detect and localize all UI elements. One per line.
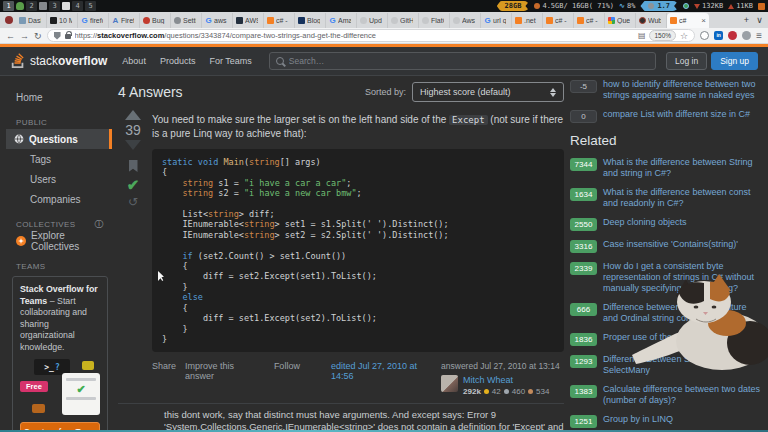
workspace-item[interactable]: 5 (85, 1, 96, 11)
new-tab-button[interactable]: + (740, 13, 753, 28)
back-button[interactable]: ← (6, 29, 15, 43)
workspace-number[interactable]: 3 (49, 1, 60, 11)
tab-favicon (50, 17, 57, 24)
inline-code: Except (449, 115, 488, 125)
extension-pocket-icon[interactable] (728, 31, 737, 40)
bookmark-icon[interactable] (129, 160, 138, 172)
browser-menu-icon[interactable]: ≡ (756, 30, 762, 41)
tab-title: aws n (214, 17, 227, 24)
question-link[interactable]: What is the difference between const and… (603, 187, 762, 209)
workspace-item[interactable]: 2 (26, 1, 47, 11)
question-link[interactable]: compare List with different size in C# (603, 109, 750, 123)
tracking-shield-icon[interactable] (54, 32, 61, 40)
forward-button[interactable]: → (20, 29, 29, 43)
downvote-button[interactable] (125, 140, 141, 150)
question-link[interactable]: Deep cloning objects (603, 217, 687, 231)
sidebar-item-home[interactable]: Home (6, 87, 112, 107)
tab-list-dropdown[interactable]: ∨ (753, 13, 766, 28)
profile-icon[interactable] (742, 31, 751, 40)
extension-linkedin-icon[interactable] (714, 31, 723, 40)
browser-tab[interactable]: AWS (233, 13, 264, 28)
workspace-number[interactable]: 1 (3, 1, 14, 11)
related-question: 7344 What is the difference between Stri… (570, 157, 762, 179)
question-link[interactable]: how to identify difference between two s… (603, 79, 762, 101)
workspace-number[interactable]: 2 (26, 1, 37, 11)
reload-button[interactable]: ↻ (34, 29, 42, 43)
browser-tab[interactable]: Awsl (450, 13, 481, 28)
workspace-item[interactable]: 1 (3, 1, 24, 11)
login-button[interactable]: Log in (666, 52, 707, 70)
edited-timestamp-link[interactable]: edited Jul 27, 2010 at 14:56 (331, 361, 441, 381)
header-nav-link[interactable]: Products (153, 56, 203, 66)
right-sidebar: -5 how to identify difference between tw… (570, 79, 762, 432)
question-link[interactable]: Case insensitive 'Contains(string)' (603, 239, 738, 253)
browser-tab[interactable]: Wubi (636, 13, 667, 28)
workspace-number[interactable]: 4 (72, 1, 83, 11)
browser-tab[interactable]: Quer (605, 13, 636, 28)
stackoverflow-logo-icon (10, 52, 26, 70)
avatar[interactable] (441, 375, 458, 392)
sidebar-item-companies[interactable]: Companies (6, 189, 112, 209)
sidebar-item-tags[interactable]: Tags (6, 149, 112, 169)
browser-tab[interactable]: firefo (78, 13, 109, 28)
extension-clock-icon[interactable] (700, 31, 709, 40)
browser-tab[interactable]: 10 M (47, 13, 78, 28)
browser-tab[interactable]: Bug L (140, 13, 171, 28)
bookmark-star-icon[interactable]: ☆ (680, 31, 688, 41)
gold-badge-count: 42 (492, 387, 501, 396)
question-link[interactable]: Calculate difference between two dates (… (603, 384, 762, 406)
browser-tab[interactable]: FlatC (419, 13, 450, 28)
sidebar-item-users[interactable]: Users (6, 169, 112, 189)
browser-tab[interactable]: aws n (202, 13, 233, 28)
browser-tab[interactable]: c# × (667, 13, 709, 28)
browser-tab[interactable]: c# - E (543, 13, 574, 28)
browser-tab[interactable]: .net - (512, 13, 543, 28)
header-nav-link[interactable]: About (115, 56, 153, 66)
users-label: Users (30, 174, 56, 185)
browser-tab[interactable]: Setti (171, 13, 202, 28)
reader-mode-icon[interactable]: ▤ (638, 31, 646, 40)
related-question: 1634 What is the difference between cons… (570, 187, 762, 209)
improve-answer-link[interactable]: Improve this answer (185, 361, 265, 381)
cpu-graph-icon: ∿ (619, 2, 625, 10)
address-bar[interactable]: https://stackoverflow.com/questions/3343… (47, 29, 696, 42)
tab-title: Upd (369, 17, 382, 24)
tab-favicon (81, 17, 88, 24)
logo-stack: stack (30, 54, 58, 68)
code-block: static void Main(string[] args){ string … (152, 149, 564, 352)
browser-tab[interactable]: Dash (16, 13, 47, 28)
sidebar-item-explore-collectives[interactable]: Explore Collectives (6, 231, 112, 251)
browser-tab[interactable]: c# - C (264, 13, 295, 28)
sidebar-item-questions[interactable]: Questions (6, 129, 112, 149)
browser-tab[interactable]: Firef (109, 13, 140, 28)
workspace-item[interactable]: 3 (49, 1, 70, 11)
browser-tab[interactable]: url q (481, 13, 512, 28)
browser-tab[interactable]: c# - E (574, 13, 605, 28)
author-name-link[interactable]: Mitch Wheat (463, 375, 549, 385)
browser-tab[interactable]: Ama (326, 13, 357, 28)
zoom-level-badge[interactable]: 150% (649, 30, 676, 41)
browser-tab[interactable]: Upd (357, 13, 388, 28)
header-nav-link[interactable]: For Teams (202, 56, 258, 66)
share-link[interactable]: Share (152, 361, 176, 371)
search-input[interactable] (289, 56, 649, 66)
workspace-number[interactable]: 5 (85, 1, 96, 11)
question-link[interactable]: What is the difference between String an… (603, 157, 762, 179)
workspace-item[interactable]: 4 (72, 1, 83, 11)
https-lock-icon[interactable] (65, 34, 71, 39)
browser-tab[interactable]: GitH (388, 13, 419, 28)
tab-close-icon[interactable]: × (701, 16, 706, 25)
memory-stat: 4.5GB/ 16GB( 71%) (534, 2, 614, 10)
follow-link[interactable]: Follow (274, 361, 300, 371)
tab-title: c# - E (555, 17, 568, 24)
free-badge: Free (20, 381, 48, 392)
sort-dropdown[interactable]: Highest score (default) (412, 82, 564, 102)
search-bar[interactable] (269, 52, 656, 70)
question-link[interactable]: Group by in LINQ (603, 414, 673, 428)
site-logo[interactable]: stackoverflow (10, 52, 107, 70)
signup-button[interactable]: Sign up (711, 52, 758, 70)
upvote-button[interactable] (125, 110, 141, 120)
download-icon (694, 4, 700, 9)
activity-history-icon[interactable]: ↺ (128, 196, 138, 208)
browser-tab[interactable]: Blog (295, 13, 326, 28)
